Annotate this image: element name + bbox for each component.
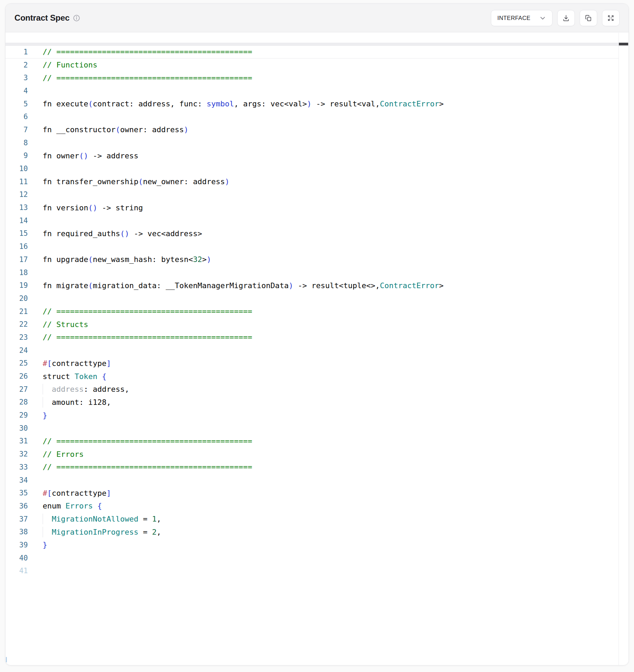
code-line: 27 address: address, <box>6 383 619 396</box>
code-line: 6 <box>6 110 619 123</box>
code-line-text: // Functions <box>28 61 619 69</box>
line-number: 32 <box>6 450 28 458</box>
code-line: 12 <box>6 188 619 201</box>
line-number: 17 <box>6 255 28 264</box>
scrollbar-thumb[interactable] <box>619 43 628 45</box>
code-line-text: fn __constructor(owner: address) <box>28 125 619 134</box>
copy-icon <box>585 14 592 22</box>
scroll-accent <box>6 657 7 662</box>
code-line-text: fn required_auths() -> vec<address> <box>28 229 619 238</box>
line-number: 21 <box>6 307 28 316</box>
code-line: 21// ===================================… <box>6 305 619 318</box>
line-number: 16 <box>6 242 28 251</box>
line-number: 4 <box>6 87 28 95</box>
spec-format-select[interactable]: INTERFACE <box>491 10 552 26</box>
line-number: 7 <box>6 126 28 134</box>
code-line: 39} <box>6 538 619 552</box>
line-number: 27 <box>6 385 28 393</box>
code-line-text: #[contracttype] <box>28 489 619 497</box>
line-number: 30 <box>6 424 28 432</box>
code-line: 28 amount: i128, <box>6 396 619 409</box>
code-line-text: fn transfer_ownership(new_owner: address… <box>28 177 619 186</box>
code-line: 34 <box>6 474 619 487</box>
code-line-text: // =====================================… <box>28 74 619 82</box>
line-number: 23 <box>6 333 28 342</box>
code-line-text: // Structs <box>28 320 619 329</box>
line-number: 33 <box>6 463 28 471</box>
code-line: 14 <box>6 214 619 227</box>
spec-format-selected-value: INTERFACE <box>497 15 530 21</box>
line-number: 13 <box>6 203 28 212</box>
info-icon[interactable] <box>73 14 80 22</box>
line-number: 11 <box>6 178 28 186</box>
code-line-text: enum Errors { <box>28 502 619 510</box>
code-line: 3// ====================================… <box>6 71 619 84</box>
line-number: 6 <box>6 113 28 121</box>
code-line: 20 <box>6 292 619 305</box>
line-number: 8 <box>6 139 28 147</box>
scrollbar-track <box>6 43 628 45</box>
code-line: 18 <box>6 266 619 279</box>
code-line-text: address: address, <box>28 385 619 393</box>
line-number: 12 <box>6 190 28 199</box>
line-number: 31 <box>6 437 28 445</box>
expand-icon <box>607 14 614 22</box>
code-line-text: fn upgrade(new_wasm_hash: bytesn<32>) <box>28 255 619 264</box>
line-number: 20 <box>6 294 28 303</box>
line-number: 2 <box>6 61 28 69</box>
contract-spec-card: Contract Spec INTERFACE <box>5 3 629 665</box>
line-number: 22 <box>6 320 28 328</box>
code-line-text: // Errors <box>28 450 619 459</box>
code-line: 1// ====================================… <box>6 45 619 59</box>
code-line-text: // =====================================… <box>28 437 619 445</box>
code-line: 32// Errors <box>6 448 619 461</box>
line-number: 39 <box>6 541 28 549</box>
code-line: 7fn __constructor(owner: address) <box>6 123 619 136</box>
line-number: 18 <box>6 269 28 277</box>
code-line-text: struct Token { <box>28 372 619 381</box>
fullscreen-button[interactable] <box>602 10 620 26</box>
line-number: 28 <box>6 398 28 406</box>
code-line: 41 <box>6 565 619 578</box>
code-line: 31// ===================================… <box>6 435 619 448</box>
code-line: 11fn transfer_ownership(new_owner: addre… <box>6 175 619 188</box>
code-line: 16 <box>6 240 619 253</box>
line-number: 3 <box>6 74 28 82</box>
code-line-text: fn owner() -> address <box>28 151 619 160</box>
code-line: 40 <box>6 552 619 565</box>
card-header: Contract Spec INTERFACE <box>6 4 628 32</box>
copy-button[interactable] <box>580 10 597 26</box>
line-number: 26 <box>6 372 28 380</box>
code-line: 9fn owner() -> address <box>6 149 619 162</box>
code-line: 36enum Errors { <box>6 500 619 513</box>
line-number: 19 <box>6 281 28 290</box>
code-line: 13fn version() -> string <box>6 201 619 214</box>
code-line: 8 <box>6 136 619 149</box>
code-line: 24 <box>6 344 619 357</box>
line-number: 24 <box>6 346 28 355</box>
code-line: 37 MigrationNotAllowed = 1, <box>6 513 619 526</box>
code-line-text: // =====================================… <box>28 333 619 342</box>
line-number: 5 <box>6 100 28 108</box>
code-line-text: // =====================================… <box>28 463 619 471</box>
code-viewer[interactable]: 1// ====================================… <box>6 33 628 665</box>
code-line: 19fn migrate(migration_data: __TokenMana… <box>6 279 619 292</box>
code-line: 23// ===================================… <box>6 331 619 344</box>
code-line-text: MigrationNotAllowed = 1, <box>28 515 619 523</box>
line-number: 35 <box>6 489 28 497</box>
download-icon <box>562 14 570 22</box>
code-line: 38 MigrationInProgress = 2, <box>6 525 619 538</box>
code-line-text: } <box>28 540 619 549</box>
line-number: 41 <box>6 567 28 575</box>
code-line: 29} <box>6 409 619 422</box>
code-line-text: // =====================================… <box>28 307 619 316</box>
download-button[interactable] <box>557 10 575 26</box>
code-line-text: #[contracttype] <box>28 359 619 368</box>
code-line: 2// Functions <box>6 59 619 72</box>
line-number: 40 <box>6 554 28 562</box>
code-line: 33// ===================================… <box>6 461 619 474</box>
code-line: 22// Structs <box>6 318 619 331</box>
code-line: 17fn upgrade(new_wasm_hash: bytesn<32>) <box>6 253 619 266</box>
code-line: 26struct Token { <box>6 370 619 383</box>
line-number: 25 <box>6 359 28 367</box>
